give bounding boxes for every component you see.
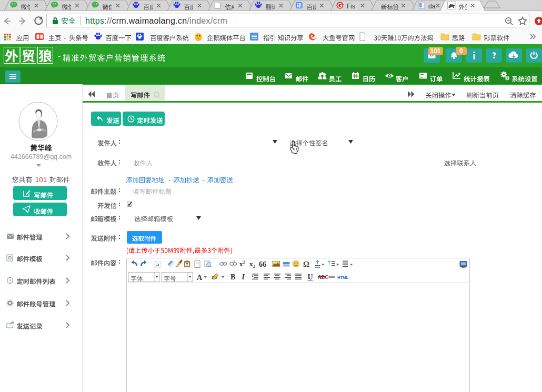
svg-text:U: U: [308, 273, 313, 281]
svg-text:T: T: [186, 263, 188, 266]
svg-text:66: 66: [259, 260, 266, 268]
svg-text:B: B: [230, 273, 235, 281]
svg-text:A: A: [197, 274, 203, 282]
svg-text:2: 2: [253, 264, 255, 269]
svg-text:HTML: HTML: [337, 275, 348, 280]
svg-text:ABC: ABC: [318, 275, 328, 280]
svg-text:I: I: [242, 273, 245, 281]
svg-text:Ω: Ω: [303, 260, 309, 268]
svg-text:2: 2: [243, 259, 245, 265]
svg-text:a: a: [156, 262, 159, 267]
